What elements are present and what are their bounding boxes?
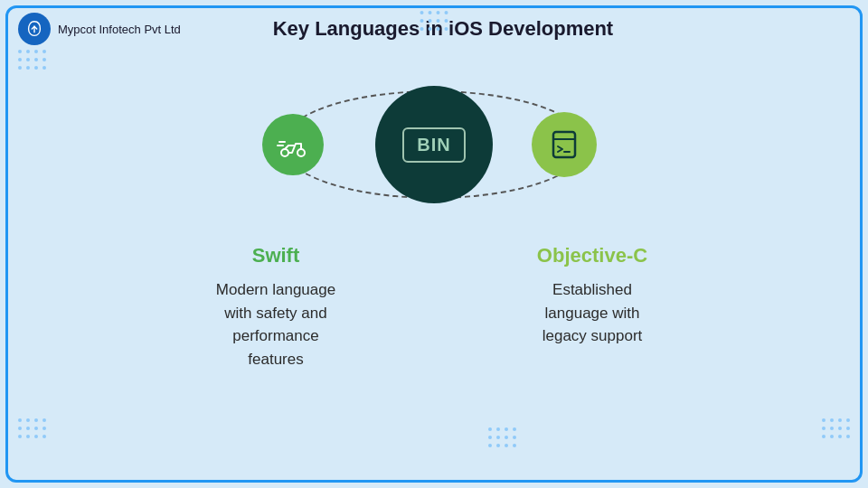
objc-desc-line2: language with — [545, 305, 640, 322]
logo-area: Mypcot Infotech Pvt Ltd — [18, 13, 181, 45]
labels-section: Swift Modern language with safety and pe… — [118, 244, 750, 371]
center-circle: BIN — [375, 86, 493, 203]
swift-desc-line1: Modern language — [216, 281, 335, 298]
dot-pattern-bottom-center — [488, 427, 516, 447]
swift-desc-line2: with safety and — [224, 305, 326, 322]
swift-description: Modern language with safety and performa… — [136, 278, 416, 371]
main-content: BIN — [0, 54, 868, 371]
scooter-icon — [276, 127, 310, 162]
dot-pattern-top-center — [420, 11, 448, 31]
swift-desc-line4: features — [248, 351, 303, 368]
svg-point-1 — [297, 149, 305, 156]
bin-label: BIN — [402, 127, 465, 163]
svg-rect-4 — [553, 132, 575, 157]
objc-title: Objective-C — [452, 244, 732, 267]
visual-area: BIN — [244, 54, 624, 235]
logo-circle — [18, 13, 51, 45]
dot-pattern-bottom-left — [18, 418, 46, 438]
swift-title: Swift — [136, 244, 416, 267]
swift-desc-line3: performance — [232, 327, 318, 344]
objc-column: Objective-C Established language with le… — [434, 244, 750, 371]
svg-point-0 — [281, 149, 288, 156]
objc-desc-line3: legacy support — [542, 327, 643, 344]
logo-icon — [24, 19, 44, 39]
objc-icon-circle — [532, 112, 597, 177]
swift-column: Swift Modern language with safety and pe… — [118, 244, 434, 371]
dot-pattern-top-left — [18, 50, 46, 70]
swift-icon-circle — [262, 114, 324, 175]
objc-desc-line1: Established — [552, 281, 632, 298]
objc-description: Established language with legacy support — [452, 278, 732, 348]
terminal-icon — [546, 127, 582, 163]
dot-pattern-bottom-right — [822, 418, 850, 438]
company-name: Mypcot Infotech Pvt Ltd — [58, 23, 181, 36]
